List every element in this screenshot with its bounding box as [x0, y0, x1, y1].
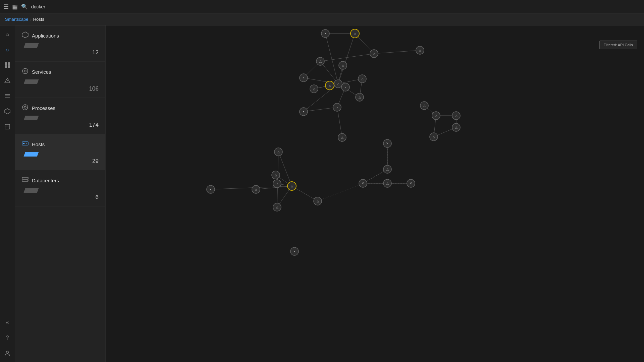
- sidebar-card-processes[interactable]: Processes 174: [15, 98, 105, 134]
- svg-point-10: [6, 351, 9, 354]
- svg-text:△: △: [423, 104, 426, 107]
- hosts-title: Hosts: [32, 141, 45, 147]
- sidebar-card-header: Datacenters: [22, 176, 99, 185]
- svg-text:△: △: [361, 77, 364, 80]
- search-icon: 🔍: [21, 3, 28, 10]
- hosts-count: 29: [22, 158, 99, 165]
- network-node-n8[interactable]: ▪: [300, 74, 308, 82]
- network-node-n29[interactable]: △: [273, 203, 281, 211]
- breadcrumb-smartscape[interactable]: Smartscape: [5, 17, 28, 22]
- nav-services[interactable]: [2, 106, 13, 117]
- network-node-n20[interactable]: △: [430, 133, 438, 141]
- network-node-n35[interactable]: ▪: [290, 247, 299, 255]
- icon-bar-bottom: « ?: [2, 317, 13, 359]
- network-node-n30[interactable]: △: [314, 197, 322, 205]
- nav-collapse[interactable]: «: [2, 317, 13, 328]
- network-node-n22[interactable]: ✕: [383, 139, 391, 147]
- network-node-n26[interactable]: △: [287, 182, 296, 190]
- network-node-n18[interactable]: △: [432, 112, 440, 120]
- svg-line-52: [304, 107, 337, 112]
- datacenters-bar: [22, 188, 40, 193]
- svg-rect-27: [26, 143, 26, 144]
- network-node-n4[interactable]: △: [416, 46, 424, 54]
- svg-text:▪: ▪: [325, 32, 326, 35]
- services-count: 106: [22, 85, 99, 92]
- network-node-n33[interactable]: ✕: [407, 179, 415, 187]
- svg-line-36: [320, 54, 374, 61]
- svg-text:✕: ✕: [362, 182, 364, 185]
- network-node-n19[interactable]: △: [452, 112, 460, 120]
- svg-point-31: [27, 180, 28, 181]
- sidebar-card-hosts[interactable]: Hosts 29: [15, 134, 105, 170]
- network-node-n13[interactable]: △: [356, 93, 364, 101]
- network-node-n34[interactable]: △: [383, 165, 391, 173]
- svg-text:△: △: [386, 168, 389, 171]
- network-node-n6[interactable]: △: [339, 61, 347, 69]
- breadcrumb-separator: ›: [30, 17, 31, 22]
- network-node-n1[interactable]: ▪: [321, 29, 329, 38]
- nav-help[interactable]: ?: [2, 333, 13, 343]
- nav-deployments[interactable]: [2, 121, 13, 132]
- network-node-n24[interactable]: △: [272, 171, 280, 179]
- hamburger-icon[interactable]: ☰: [3, 3, 9, 10]
- sidebar-card-applications[interactable]: Applications 12: [15, 25, 105, 62]
- network-node-n27[interactable]: △: [252, 185, 260, 193]
- datacenters-icon: [22, 176, 29, 185]
- nav-problems[interactable]: [2, 75, 13, 86]
- svg-text:△: △: [291, 184, 293, 188]
- network-node-n25[interactable]: ▪: [273, 180, 281, 188]
- applications-count: 12: [22, 49, 99, 56]
- svg-rect-0: [5, 62, 7, 65]
- network-node-n3[interactable]: △: [370, 50, 378, 58]
- network-node-n9[interactable]: △: [325, 81, 334, 90]
- network-node-n28[interactable]: ●: [207, 185, 215, 193]
- processes-title: Processes: [32, 105, 55, 111]
- sidebar-card-services[interactable]: Services 106: [15, 62, 105, 98]
- nav-search[interactable]: ⌕: [2, 44, 13, 55]
- svg-point-6: [7, 82, 8, 82]
- network-node-n5[interactable]: △: [316, 57, 324, 65]
- network-node-n31[interactable]: ✕: [359, 179, 367, 187]
- svg-text:△: △: [329, 84, 331, 87]
- grid-icon[interactable]: ▦: [12, 3, 18, 10]
- svg-line-35: [338, 34, 355, 84]
- network-node-n2[interactable]: △: [351, 29, 359, 38]
- breadcrumb: Smartscape › Hosts: [0, 13, 644, 25]
- network-node-n21[interactable]: △: [452, 123, 460, 131]
- network-node-n15[interactable]: ▪: [333, 103, 341, 111]
- datacenters-count: 6: [22, 194, 99, 201]
- nav-transactions[interactable]: [2, 90, 13, 101]
- network-node-n7[interactable]: △: [334, 80, 342, 88]
- map-area[interactable]: ▪△△△△△△▪△▪△△△●▪△△△△△△✕△△▪△△●△△✕△✕△▪ Filt…: [106, 25, 644, 362]
- nav-home[interactable]: ⌂: [2, 29, 13, 40]
- svg-text:△: △: [373, 52, 375, 55]
- applications-bar: [22, 43, 40, 48]
- network-node-n12[interactable]: △: [310, 85, 318, 93]
- svg-text:✕: ✕: [386, 142, 389, 145]
- hosts-bar: [22, 152, 40, 157]
- svg-text:●: ●: [210, 188, 211, 191]
- processes-bar: [22, 116, 40, 120]
- applications-icon: [22, 32, 29, 40]
- network-node-n14[interactable]: ●: [300, 108, 308, 116]
- nav-apps[interactable]: [2, 60, 13, 70]
- svg-marker-11: [22, 32, 28, 38]
- network-node-n16[interactable]: △: [338, 133, 346, 141]
- svg-text:△: △: [319, 60, 322, 63]
- svg-text:△: △: [255, 188, 257, 191]
- svg-line-37: [374, 50, 420, 54]
- svg-text:▪: ▪: [276, 182, 277, 185]
- network-node-n32[interactable]: △: [383, 179, 391, 187]
- network-node-n17[interactable]: △: [420, 102, 428, 110]
- network-node-n10[interactable]: ▪: [341, 83, 350, 91]
- services-icon: [22, 68, 29, 76]
- network-node-n11[interactable]: △: [358, 75, 366, 83]
- sidebar-card-datacenters[interactable]: Datacenters 6: [15, 170, 105, 206]
- sidebar-card-header: Services: [22, 68, 99, 76]
- svg-rect-8: [5, 124, 10, 129]
- svg-text:△: △: [359, 96, 361, 99]
- network-node-n23[interactable]: △: [274, 148, 282, 156]
- svg-point-19: [24, 106, 26, 108]
- map-tooltip: Filtered: API Calls: [599, 41, 637, 49]
- nav-user[interactable]: [2, 348, 13, 359]
